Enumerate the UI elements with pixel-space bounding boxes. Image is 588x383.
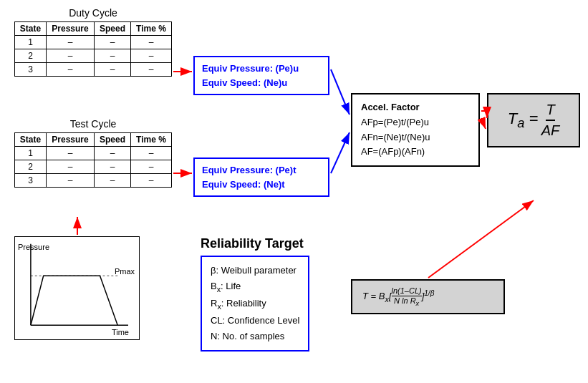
equiv-pressure-duty-line1: Equiv Pressure: (Pe)u — [202, 62, 321, 76]
svg-line-12 — [428, 200, 534, 278]
formula-fraction: T AF — [541, 102, 560, 139]
reliability-item-rx: Rx: Reliability — [211, 296, 299, 313]
tc-col-speed: Speed — [95, 133, 131, 147]
dc-col-time: Time % — [130, 22, 171, 36]
equiv-pressure-duty-box: Equiv Pressure: (Pe)u Equiv Speed: (Ne)u — [193, 56, 329, 95]
duty-cycle-title: Duty Cycle — [14, 7, 172, 19]
table-row: 3 – – – — [15, 63, 172, 77]
svg-line-10 — [481, 118, 486, 129]
duty-cycle-section: Duty Cycle State Pressure Speed Time % 1… — [14, 7, 172, 77]
accel-factor-line1: AFp=(Pe)t/(Pe)u — [361, 115, 470, 130]
formula-numerator: T — [546, 102, 554, 121]
formula-lhs: Ta = — [508, 110, 539, 127]
reliability-box: β: Weibull parameter Bx: Life Rx: Reliab… — [201, 256, 309, 352]
svg-line-9 — [331, 132, 350, 173]
graph-svg — [15, 237, 139, 339]
svg-line-8 — [331, 69, 350, 115]
dc-col-pressure: Pressure — [47, 22, 95, 36]
reliability-title: Reliability Target — [201, 236, 309, 251]
formula-denominator: AF — [541, 121, 560, 139]
pressure-graph: Pressure Time Pmax — [14, 236, 140, 340]
t-formula-box: T = Bx[ ln(1–CL) N ln Rx ]1/β — [351, 279, 505, 314]
dc-col-speed: Speed — [95, 22, 131, 36]
reliability-item-n: N: No. of samples — [211, 329, 299, 344]
accel-factor-line2: AFn=(Ne)t/(Ne)u — [361, 130, 470, 145]
equiv-pressure-test-line1: Equiv Pressure: (Pe)t — [202, 163, 321, 178]
equiv-pressure-duty-line2: Equiv Speed: (Ne)u — [202, 76, 321, 90]
test-cycle-title: Test Cycle — [14, 118, 172, 130]
ta-formula-box: Ta = T AF — [487, 93, 580, 147]
table-row: 2 – – – — [15, 160, 172, 174]
equiv-pressure-test-box: Equiv Pressure: (Pe)t Equiv Speed: (Ne)t — [193, 157, 329, 197]
tc-col-pressure: Pressure — [47, 133, 95, 147]
tc-col-state: State — [15, 133, 47, 147]
table-row: 2 – – – — [15, 49, 172, 63]
accel-factor-line3: AF=(AFp)(AFn) — [361, 145, 470, 160]
accel-factor-title: Accel. Factor — [361, 100, 470, 115]
t-formula-text: T = Bx[ ln(1–CL) N ln Rx ]1/β — [362, 291, 434, 301]
tc-col-time: Time % — [130, 133, 171, 147]
duty-cycle-table: State Pressure Speed Time % 1 – – – 2 – … — [14, 21, 172, 77]
equiv-pressure-test-line2: Equiv Speed: (Ne)t — [202, 178, 321, 192]
reliability-item-bx: Bx: Life — [211, 278, 299, 296]
table-row: 1 – – – — [15, 147, 172, 160]
test-cycle-table: State Pressure Speed Time % 1 – – – 2 – … — [14, 132, 172, 188]
reliability-item-beta: β: Weibull parameter — [211, 263, 299, 278]
reliability-item-cl: CL: Confidence Level — [211, 313, 299, 329]
reliability-section: Reliability Target β: Weibull parameter … — [201, 236, 309, 352]
accel-factor-box: Accel. Factor AFp=(Pe)t/(Pe)u AFn=(Ne)t/… — [351, 93, 480, 167]
main-container: Duty Cycle State Pressure Speed Time % 1… — [0, 0, 588, 383]
test-cycle-section: Test Cycle State Pressure Speed Time % 1… — [14, 118, 172, 188]
table-row: 1 – – – — [15, 36, 172, 49]
table-row: 3 – – – — [15, 174, 172, 188]
dc-col-state: State — [15, 22, 47, 36]
